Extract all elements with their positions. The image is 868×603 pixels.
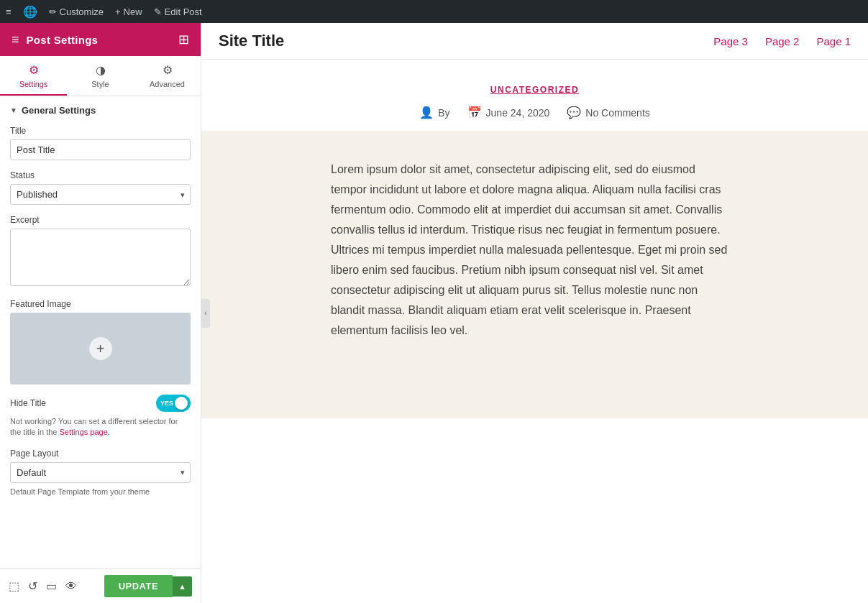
- pencil-icon: ✏: [49, 6, 57, 17]
- post-body-text: Lorem ipsum dolor sit amet, consectetur …: [331, 160, 734, 341]
- excerpt-label: Excerpt: [10, 215, 191, 225]
- style-icon: ◑: [96, 63, 106, 77]
- sidebar-content: ▼ General Settings Title Status Publishe…: [0, 96, 201, 569]
- update-button[interactable]: UPDATE: [104, 575, 173, 597]
- post-body: Lorem ipsum dolor sit amet, consectetur …: [201, 131, 868, 418]
- page-layout-field-group: Page Layout Default Full Width Left Side…: [10, 448, 191, 497]
- post-date: June 24, 2020: [486, 107, 550, 119]
- sidebar: ≡ Post Settings ⊞ ⚙ Settings ◑ Style ⚙ A…: [0, 23, 201, 603]
- collapse-handle[interactable]: ‹: [201, 299, 210, 328]
- history-icon[interactable]: ↺: [28, 579, 37, 593]
- comments-label: No Comments: [585, 107, 649, 119]
- settings-tab-label: Settings: [19, 80, 48, 88]
- update-arrow-button[interactable]: ▲: [173, 576, 192, 597]
- author-meta: 👤 By: [419, 106, 449, 119]
- customize-button[interactable]: ✏ Customize: [49, 6, 104, 17]
- page-layout-select[interactable]: Default Full Width Left Sidebar Right Si…: [10, 462, 191, 483]
- toggle-knob: [175, 397, 188, 410]
- title-input[interactable]: [10, 139, 191, 160]
- post-meta-area: UNCATEGORIZED 👤 By 📅 June 24, 2020 💬 No …: [201, 60, 868, 131]
- add-image-icon: +: [89, 337, 112, 360]
- excerpt-field-group: Excerpt: [10, 215, 191, 289]
- update-btn-group: UPDATE ▲: [104, 575, 192, 597]
- navigation: Page 3 Page 2 Page 1: [713, 35, 851, 47]
- sidebar-tabs: ⚙ Settings ◑ Style ⚙ Advanced: [0, 56, 201, 96]
- tab-settings[interactable]: ⚙ Settings: [0, 56, 67, 96]
- post-meta-row: 👤 By 📅 June 24, 2020 💬 No Comments: [219, 106, 851, 119]
- grid-icon[interactable]: ⊞: [178, 32, 189, 47]
- advanced-tab-label: Advanced: [150, 80, 185, 88]
- featured-image-group: Featured Image +: [10, 299, 191, 385]
- page-layout-select-wrapper: Default Full Width Left Sidebar Right Si…: [10, 462, 191, 483]
- hide-title-toggle[interactable]: YES: [156, 395, 191, 412]
- hamburger-sidebar-icon[interactable]: ≡: [12, 32, 19, 47]
- user-icon: 👤: [419, 106, 434, 119]
- page-layout-label: Page Layout: [10, 448, 191, 459]
- title-field-group: Title: [10, 126, 191, 160]
- customize-label: Customize: [60, 6, 104, 17]
- monitor-icon[interactable]: ▭: [46, 579, 57, 593]
- preview-content: Site Title Page 3 Page 2 Page 1 UNCATEGO…: [201, 23, 868, 603]
- nav-page3[interactable]: Page 3: [713, 35, 748, 47]
- status-select[interactable]: Published Draft Pending Review: [10, 184, 191, 205]
- date-meta: 📅 June 24, 2020: [467, 106, 550, 119]
- general-settings-label: General Settings: [22, 105, 96, 116]
- topbar: ≡ 🌐 ✏ Customize + New ✎ Edit Post: [0, 0, 868, 23]
- toggle-yes-text: YES: [160, 400, 173, 407]
- settings-page-link[interactable]: Settings page.: [60, 428, 110, 436]
- edit-post-label: Edit Post: [165, 6, 202, 17]
- nav-page2[interactable]: Page 2: [765, 35, 800, 47]
- sidebar-header: ≡ Post Settings ⊞: [0, 23, 201, 56]
- calendar-icon: 📅: [467, 106, 482, 119]
- bottom-icons: ⬚ ↺ ▭ 👁: [9, 579, 77, 593]
- page-layout-hint: Default Page Template from your theme: [10, 487, 191, 497]
- collapse-icon: ‹: [204, 309, 206, 317]
- edit-post-button[interactable]: ✎ Edit Post: [154, 6, 202, 17]
- layers-icon[interactable]: ⬚: [9, 579, 19, 593]
- status-field-group: Status Published Draft Pending Review ▾: [10, 170, 191, 205]
- plus-icon: +: [115, 6, 121, 17]
- featured-image-box[interactable]: +: [10, 313, 191, 385]
- status-label: Status: [10, 170, 191, 180]
- settings-gear-icon: ⚙: [29, 63, 39, 77]
- title-label: Title: [10, 126, 191, 136]
- hint-text: Not working? You can set a different sel…: [10, 416, 191, 438]
- hamburger-menu[interactable]: ≡: [6, 6, 12, 17]
- general-settings-section[interactable]: ▼ General Settings: [10, 105, 191, 116]
- tab-style[interactable]: ◑ Style: [67, 56, 134, 96]
- new-label: New: [124, 6, 142, 17]
- sidebar-bottom: ⬚ ↺ ▭ 👁 UPDATE ▲: [0, 569, 201, 603]
- wp-logo[interactable]: 🌐: [23, 5, 37, 19]
- by-label: By: [438, 107, 449, 119]
- comments-meta: 💬 No Comments: [567, 106, 649, 119]
- nav-page1[interactable]: Page 1: [816, 35, 851, 47]
- eye-icon[interactable]: 👁: [65, 580, 77, 593]
- edit-icon: ✎: [154, 6, 162, 17]
- preview-header: Site Title Page 3 Page 2 Page 1: [201, 23, 868, 60]
- advanced-gear-icon: ⚙: [163, 63, 173, 77]
- excerpt-textarea[interactable]: [10, 229, 191, 286]
- sidebar-title: Post Settings: [27, 34, 99, 46]
- hide-title-label: Hide Title: [10, 398, 46, 408]
- featured-image-label: Featured Image: [10, 299, 191, 309]
- toggle-track: YES: [156, 395, 191, 412]
- hide-title-row: Hide Title YES: [10, 395, 191, 412]
- status-select-wrapper: Published Draft Pending Review ▾: [10, 184, 191, 205]
- post-category[interactable]: UNCATEGORIZED: [490, 85, 579, 95]
- tab-advanced[interactable]: ⚙ Advanced: [134, 56, 201, 96]
- hamburger-icon: ≡: [6, 6, 12, 17]
- globe-icon: 🌐: [23, 5, 37, 19]
- chevron-down-icon: ▼: [10, 106, 17, 114]
- new-button[interactable]: + New: [115, 6, 142, 17]
- style-tab-label: Style: [91, 80, 109, 88]
- preview-area: ‹ Site Title Page 3 Page 2 Page 1 UNCATE…: [201, 23, 868, 603]
- comment-icon: 💬: [567, 106, 581, 119]
- site-title: Site Title: [219, 32, 284, 50]
- main-layout: ≡ Post Settings ⊞ ⚙ Settings ◑ Style ⚙ A…: [0, 23, 868, 603]
